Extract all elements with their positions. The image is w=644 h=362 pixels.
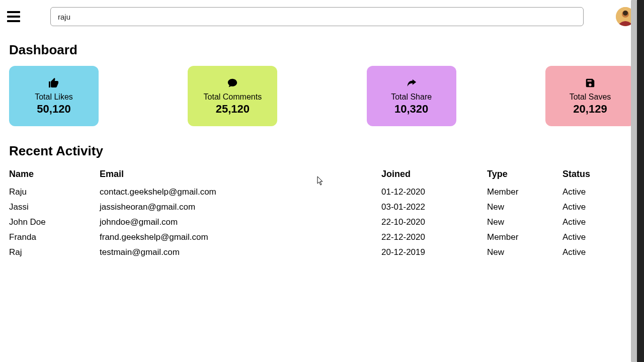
hamburger-menu-button[interactable]	[7, 11, 20, 22]
activity-section-title: Recent Activity	[9, 143, 635, 159]
hamburger-bar-icon	[7, 20, 20, 22]
stat-card-label: Total Comments	[204, 93, 262, 102]
table-cell-joined: 03-01-2022	[381, 200, 487, 215]
table-cell-name: Franda	[9, 230, 100, 245]
stat-card-label: Total Saves	[570, 93, 611, 102]
table-cell-status: Active	[562, 185, 635, 200]
activity-column-header: Joined	[381, 166, 487, 185]
stat-card-value: 50,120	[37, 103, 70, 116]
table-cell-status: Active	[562, 245, 635, 260]
search-input[interactable]	[50, 7, 584, 26]
thumbs-up-icon	[48, 76, 60, 89]
table-cell-joined: 01-12-2020	[381, 185, 487, 200]
table-cell-status: Active	[562, 230, 635, 245]
stats-card-row: Total Likes50,120Total Comments25,120Tot…	[9, 66, 635, 126]
stat-card-label: Total Likes	[35, 93, 73, 102]
page-scrollbar[interactable]	[631, 0, 637, 362]
svg-point-2	[623, 11, 628, 16]
table-cell-status: Active	[562, 215, 635, 230]
activity-column-header: Type	[487, 166, 562, 185]
stat-card-label: Total Share	[391, 93, 432, 102]
table-row: Rajtestmain@gmail.com20-12-2019NewActive	[9, 245, 635, 260]
table-row: Rajucontact.geekshelp@gmail.com01-12-202…	[9, 185, 635, 200]
table-cell-type: New	[487, 215, 562, 230]
stat-card: Total Share10,320	[367, 66, 456, 126]
activity-column-header: Status	[562, 166, 635, 185]
activity-column-header: Email	[100, 166, 381, 185]
table-row: Jassijassisheoran@gmail.com03-01-2022New…	[9, 200, 635, 215]
table-cell-name: Raj	[9, 245, 100, 260]
table-cell-status: Active	[562, 200, 635, 215]
share-icon	[406, 76, 418, 89]
table-cell-name: Jassi	[9, 200, 100, 215]
table-cell-type: New	[487, 245, 562, 260]
stat-card-value: 20,129	[573, 103, 607, 116]
table-cell-joined: 22-10-2020	[381, 215, 487, 230]
stat-card-value: 25,120	[216, 103, 250, 116]
devtools-sliver	[637, 0, 644, 362]
table-cell-joined: 20-12-2019	[381, 245, 487, 260]
table-row: John Doejohndoe@gmail.com22-10-2020NewAc…	[9, 215, 635, 230]
table-cell-type: Member	[487, 230, 562, 245]
hamburger-bar-icon	[7, 11, 20, 13]
hamburger-bar-icon	[7, 16, 20, 18]
stat-card-value: 10,320	[394, 103, 428, 116]
table-cell-email: jassisheoran@gmail.com	[100, 200, 381, 215]
table-cell-email: testmain@gmail.com	[100, 245, 381, 260]
table-cell-email: frand.geekshelp@gmail.com	[100, 230, 381, 245]
table-cell-joined: 22-12-2020	[381, 230, 487, 245]
table-cell-type: New	[487, 200, 562, 215]
comment-icon	[226, 76, 238, 89]
activity-table: NameEmailJoinedTypeStatus Rajucontact.ge…	[9, 166, 635, 260]
stat-card: Total Likes50,120	[9, 66, 99, 126]
table-cell-email: contact.geekshelp@gmail.com	[100, 185, 381, 200]
activity-column-header: Name	[9, 166, 100, 185]
table-cell-name: Raju	[9, 185, 100, 200]
table-cell-name: John Doe	[9, 215, 100, 230]
stat-card: Total Comments25,120	[188, 66, 277, 126]
table-row: Frandafrand.geekshelp@gmail.com22-12-202…	[9, 230, 635, 245]
table-cell-email: johndoe@gmail.com	[100, 215, 381, 230]
stat-card: Total Saves20,129	[545, 66, 635, 126]
page-title: Dashboard	[9, 42, 635, 58]
scrollbar-thumb[interactable]	[631, 0, 637, 362]
save-icon	[585, 76, 596, 89]
table-cell-type: Member	[487, 185, 562, 200]
